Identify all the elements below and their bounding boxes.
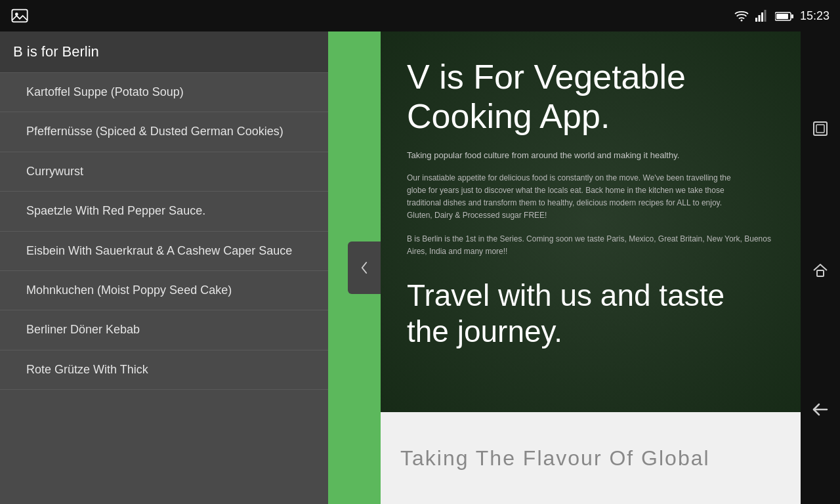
hero-subtitle: Taking popular food culture from around … — [407, 150, 774, 161]
svg-rect-11 — [816, 125, 824, 133]
svg-rect-8 — [776, 14, 788, 19]
hero-series: B is Berlin is the 1st in the Series. Co… — [407, 233, 774, 258]
collapse-button[interactable] — [348, 242, 381, 294]
sidebar-header: B is for Berlin — [0, 32, 328, 73]
home-button[interactable] — [811, 261, 830, 280]
item-label: Pfeffernüsse (Spiced & Dusted German Coo… — [26, 125, 284, 138]
status-bar-left — [10, 7, 29, 25]
hero-title: V is For Vegetable Cooking App. — [407, 58, 774, 136]
item-label: Currywurst — [26, 165, 83, 178]
list-item[interactable]: Eisbein With Sauerkraut & A Cashew Caper… — [0, 232, 328, 271]
item-label: Spaetzle With Red Pepper Sauce. — [26, 204, 205, 217]
list-item[interactable]: Rote Grütze With Thick — [0, 350, 328, 390]
list-item[interactable]: Mohnkuchen (Moist Poppy Seed Cake) — [0, 271, 328, 310]
svg-rect-12 — [817, 270, 824, 276]
item-label: Kartoffel Suppe (Potato Soup) — [26, 85, 184, 98]
bottom-strip: Taking The Flavour Of Global — [381, 412, 801, 504]
svg-rect-5 — [761, 12, 763, 22]
item-label: Eisbein With Sauerkraut & A Cashew Caper… — [26, 244, 292, 257]
sidebar-title: B is for Berlin — [13, 43, 99, 60]
svg-rect-6 — [764, 10, 766, 22]
status-bar-right: 15:23 — [734, 9, 830, 23]
hero-body: Our insatiable appetite for delicious fo… — [407, 172, 748, 222]
status-bar: 15:23 — [0, 0, 840, 32]
svg-rect-10 — [814, 122, 827, 135]
svg-rect-9 — [791, 14, 793, 18]
picture-icon — [10, 7, 29, 25]
status-time: 15:23 — [800, 9, 830, 23]
green-strip — [328, 32, 381, 504]
main-content: B is for Berlin Kartoffel Suppe (Potato … — [0, 32, 801, 504]
signal-icon — [755, 10, 768, 22]
sidebar: B is for Berlin Kartoffel Suppe (Potato … — [0, 32, 328, 504]
list-item[interactable]: Pfeffernüsse (Spiced & Dusted German Coo… — [0, 112, 328, 152]
item-label: Rote Grütze With Thick — [26, 363, 148, 376]
hero-tagline: Travel with us and taste the journey. — [407, 278, 774, 350]
battery-icon — [775, 10, 793, 22]
list-item[interactable]: Spaetzle With Red Pepper Sauce. — [0, 192, 328, 231]
item-label: Mohnkuchen (Moist Poppy Seed Cake) — [26, 284, 232, 297]
item-label: Berliner Döner Kebab — [26, 323, 140, 336]
hero-image: V is For Vegetable Cooking App. Taking p… — [381, 32, 801, 412]
content-panel: V is For Vegetable Cooking App. Taking p… — [328, 32, 801, 504]
recent-apps-button[interactable] — [811, 119, 830, 138]
list-item[interactable]: Currywurst — [0, 152, 328, 192]
list-item[interactable]: Kartoffel Suppe (Potato Soup) — [0, 73, 328, 112]
nav-bar — [801, 32, 840, 504]
svg-rect-3 — [755, 18, 757, 22]
wifi-icon — [734, 10, 749, 22]
svg-point-2 — [741, 20, 743, 22]
svg-rect-0 — [12, 10, 27, 22]
list-item[interactable]: Berliner Döner Kebab — [0, 310, 328, 350]
svg-rect-4 — [758, 15, 760, 22]
bottom-text: Taking The Flavour Of Global — [400, 446, 710, 471]
back-button[interactable] — [811, 403, 830, 416]
hero-content: V is For Vegetable Cooking App. Taking p… — [381, 32, 801, 369]
